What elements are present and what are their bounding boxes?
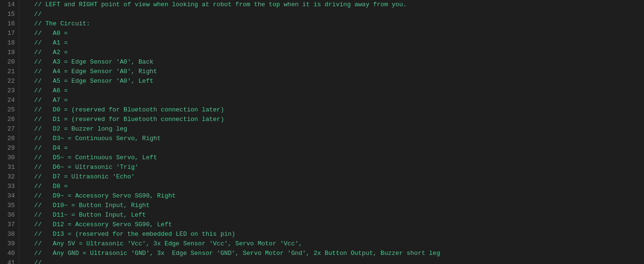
line-numbers: 1415161718192021222324252627282930313233… [0,0,19,264]
line-number: 14 [4,0,15,10]
code-line: // D7 = Ultrasonic 'Echo' [27,172,644,182]
line-number: 27 [4,124,15,134]
code-line: // A3 = Edge Sensor 'A0', Back [27,57,644,67]
line-number: 30 [4,153,15,163]
code-line: // D9~ = Accessory Servo SG90, Right [27,191,644,201]
code-line: // D5~ = Continuous Servo, Left [27,153,644,163]
code-line: // D0 = (reserved for Bluetooth connecti… [27,105,644,115]
line-number: 32 [4,172,15,182]
code-line: // A0 = [27,29,644,38]
code-line: // D6~ = Ultrasonic 'Trig' [27,163,644,172]
line-number: 40 [4,249,15,258]
code-line: // D12 = Accessory Servo SG90, Left [27,220,644,230]
code-line: // A4 = Edge Sensor 'A0', Right [27,67,644,77]
code-line: // Any 5V = Ultrasonic 'Vcc', 3x Edge Se… [27,239,644,249]
code-line: // D3~ = Continuous Servo, Right [27,134,644,143]
code-line: // Any GND = Ultrasonic 'GND', 3x Edge S… [27,249,644,258]
code-line: // A5 = Edge Sensor 'A0', Left [27,77,644,86]
line-number: 29 [4,143,15,153]
code-line: // LEFT and RIGHT point of view when loo… [27,0,644,10]
line-number: 19 [4,48,15,57]
line-number: 24 [4,96,15,105]
line-number: 20 [4,57,15,67]
code-line: // A7 = [27,96,644,105]
line-number: 28 [4,134,15,143]
line-number: 38 [4,230,15,239]
code-line: // [27,10,644,19]
line-number: 41 [4,258,15,264]
code-line: // A2 = [27,48,644,57]
code-line: // D13 = (reserved for the embedded LED … [27,230,644,239]
line-number: 35 [4,201,15,210]
line-number: 25 [4,105,15,115]
line-number: 39 [4,239,15,249]
code-line: // D4 = [27,143,644,153]
line-number: 16 [4,19,15,29]
line-number: 18 [4,38,15,48]
code-line: // D11~ = Button Input, Left [27,210,644,220]
code-line: // D1 = (reserved for Bluetooth connecti… [27,115,644,124]
code-line: // D10~ = Button Input, Right [27,201,644,210]
code-line: // [27,258,644,264]
line-number: 21 [4,67,15,77]
code-line: // D8 = [27,182,644,191]
code-editor: 1415161718192021222324252627282930313233… [0,0,644,264]
line-number: 31 [4,163,15,172]
line-number: 26 [4,115,15,124]
code-line: // A1 = [27,38,644,48]
line-number: 15 [4,10,15,19]
line-number: 36 [4,210,15,220]
line-number: 34 [4,191,15,201]
code-content: // LEFT and RIGHT point of view when loo… [19,0,644,264]
line-number: 23 [4,86,15,96]
line-number: 17 [4,29,15,38]
code-line: // The Circuit: [27,19,644,29]
line-number: 33 [4,182,15,191]
code-line: // A6 = [27,86,644,96]
line-number: 37 [4,220,15,230]
line-number: 22 [4,77,15,86]
code-line: // D2 = Buzzer long leg [27,124,644,134]
